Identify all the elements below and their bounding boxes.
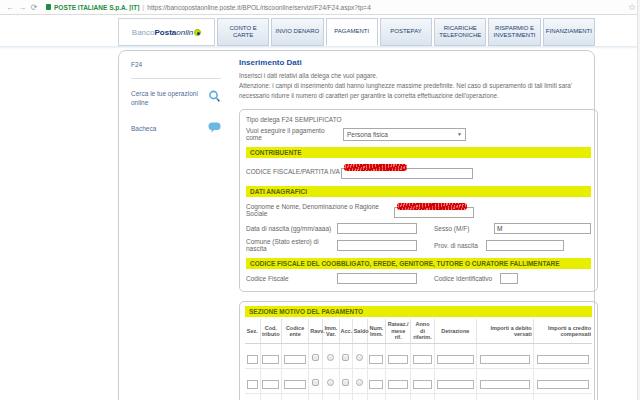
sidebar-item-search-operations[interactable]: Cerca le tue operazioni online xyxy=(131,89,221,107)
saldo-radio[interactable] xyxy=(356,379,363,386)
search-operations-label: Cerca le tue operazioni online xyxy=(131,89,201,107)
secure-lock-icon xyxy=(46,4,51,10)
section-coobbligato: CODICE FISCALE DEL COOBBLIGATO, EREDE, G… xyxy=(246,258,591,269)
table-row xyxy=(245,369,592,394)
logo-banco: Banco xyxy=(132,28,155,37)
logo-posta: Posta xyxy=(154,28,176,37)
logo-online: onlin xyxy=(176,28,193,37)
cognome-wrap xyxy=(394,201,474,219)
saldo-radio[interactable] xyxy=(356,354,363,361)
content-area: Inserimento Dati Inserisci i dati relati… xyxy=(231,51,608,400)
forward-icon[interactable]: → xyxy=(16,3,28,12)
redacted-value xyxy=(344,164,407,171)
num-imm-input[interactable] xyxy=(369,355,383,364)
tab-conto-e-carte[interactable]: CONTO E CARTE xyxy=(217,18,269,46)
importi-debito-input[interactable] xyxy=(480,355,529,364)
redacted-value xyxy=(397,203,467,210)
tab-postepay[interactable]: POSTEPAY xyxy=(380,18,432,46)
cod-tributo-input[interactable] xyxy=(262,380,279,389)
intro-line-1: Inserisci i dati relativi alla delega ch… xyxy=(239,71,598,81)
data-nascita-input[interactable] xyxy=(337,223,417,234)
num-imm-input[interactable] xyxy=(369,380,383,389)
codice-ente-input[interactable] xyxy=(284,380,306,389)
col-importi-credito: Importi a credito compensati xyxy=(533,319,592,343)
app-header: BancoPostaonlin CONTO E CARTE INVIO DENA… xyxy=(118,18,595,46)
sidebar-item-bacheca[interactable]: Bacheca xyxy=(131,119,221,137)
header-divider xyxy=(0,46,640,49)
payment-table: Sez. Cod. tributo Codice ente Ravv. Imm.… xyxy=(245,319,592,400)
anno-riferim-input[interactable] xyxy=(413,355,432,364)
comune-nascita-label: Comune (Stato estero) di nascita xyxy=(246,238,337,252)
page-title: Inserimento Dati xyxy=(239,58,598,67)
tab-risparmio-investimenti[interactable]: RISPARMIO E INVESTIMENTI xyxy=(488,18,540,46)
importi-credito-input[interactable] xyxy=(537,380,589,389)
acc-checkbox[interactable] xyxy=(342,354,349,361)
message-bubble-icon xyxy=(208,119,221,137)
back-icon[interactable]: ← xyxy=(4,3,16,12)
search-icon xyxy=(208,89,221,107)
address-bar[interactable]: POSTE ITALIANE S.p.A. [IT] | https://ban… xyxy=(46,4,628,11)
col-cod-tributo: Cod. tributo xyxy=(260,319,281,343)
section-motivo-pagamento: SEZIONE MOTIVO DEL PAGAMENTO xyxy=(245,306,592,317)
codice-identificativo-label: Codice Identificativo xyxy=(434,275,500,282)
pagamento-come-label: Vuoi eseguire il pagamento come xyxy=(246,127,339,141)
ravv-checkbox[interactable] xyxy=(312,379,319,386)
refresh-icon[interactable]: ⟳ xyxy=(28,3,40,12)
imm-var-radio[interactable] xyxy=(327,354,334,361)
delega-form-box: Tipo delega F24 SEMPLIFICATO Vuoi esegui… xyxy=(239,109,598,292)
codice-fiscale-input[interactable] xyxy=(337,273,417,284)
persona-select[interactable]: Persona fisica ▼ xyxy=(343,128,466,141)
col-sez: Sez. xyxy=(245,319,260,343)
col-acc: Acc. xyxy=(339,319,352,343)
rateaz-input[interactable] xyxy=(388,380,408,389)
data-nascita-label: Data di nascita (gg/mm/aaaa) xyxy=(246,225,337,232)
col-anno-riferim: Anno di riferim. xyxy=(411,319,434,343)
codice-fiscale-piva-wrap xyxy=(341,162,473,180)
codice-fiscale-label: Codice Fiscale xyxy=(246,275,337,282)
page-url: https://bancopostaonline.poste.it/BPOL/r… xyxy=(147,4,370,11)
tab-pagamenti[interactable]: PAGAMENTI xyxy=(326,18,378,46)
tab-ricariche-telefoniche[interactable]: RICARICHE TELEFONICHE xyxy=(434,18,486,46)
sez-input[interactable] xyxy=(247,380,259,389)
main-nav: CONTO E CARTE INVIO DENARO PAGAMENTI POS… xyxy=(217,18,595,46)
codice-ente-input[interactable] xyxy=(284,355,306,364)
sidebar: F24 Cerca le tue operazioni online Bache… xyxy=(119,51,231,400)
chevron-down-icon: ▼ xyxy=(457,131,462,137)
sesso-input[interactable] xyxy=(494,223,591,234)
col-detrazione: Detrazione xyxy=(434,319,476,343)
col-saldo: Saldo xyxy=(352,319,367,343)
importi-credito-input[interactable] xyxy=(537,355,589,364)
codice-fiscale-piva-label: CODICE FISCALE/PARTITA IVA xyxy=(246,168,341,175)
bookmark-star-icon[interactable]: ☆ xyxy=(628,2,636,12)
comune-nascita-input[interactable] xyxy=(337,240,417,251)
table-row xyxy=(245,344,592,369)
secure-badge: POSTE ITALIANE S.p.A. [IT] xyxy=(54,4,139,11)
table-row xyxy=(245,394,592,400)
tab-invio-denaro[interactable]: INVIO DENARO xyxy=(271,18,323,46)
cod-tributo-input[interactable] xyxy=(262,355,279,364)
col-rateaz: Rateaz./ mese rif. xyxy=(386,319,411,343)
codice-identificativo-input[interactable] xyxy=(500,273,518,284)
ravv-checkbox[interactable] xyxy=(312,354,319,361)
importi-debito-input[interactable] xyxy=(480,380,529,389)
sidebar-item-f24[interactable]: F24 xyxy=(131,61,221,68)
tipo-delega-label: Tipo delega F24 SEMPLIFICATO xyxy=(246,116,591,123)
imm-var-radio[interactable] xyxy=(327,379,334,386)
intro-line-2: Attenzione: i campi di inserimento dati … xyxy=(239,81,598,91)
browser-toolbar: ← → ⟳ POSTE ITALIANE S.p.A. [IT] | https… xyxy=(0,0,640,15)
bacheca-label: Bacheca xyxy=(131,124,201,133)
prov-nascita-input[interactable] xyxy=(486,240,564,251)
section-dati-anagrafici: DATI ANAGRAFICI xyxy=(246,186,591,197)
detrazione-input[interactable] xyxy=(437,355,473,364)
table-header-row: Sez. Cod. tributo Codice ente Ravv. Imm.… xyxy=(245,319,592,343)
poste-logo-icon xyxy=(194,29,201,36)
rateaz-input[interactable] xyxy=(388,355,408,364)
acc-checkbox[interactable] xyxy=(342,379,349,386)
main-panel: F24 Cerca le tue operazioni online Bache… xyxy=(118,50,595,400)
sez-input[interactable] xyxy=(247,355,259,364)
col-imm-var: Imm. Var. xyxy=(323,319,339,343)
detrazione-input[interactable] xyxy=(437,380,473,389)
anno-riferim-input[interactable] xyxy=(413,380,432,389)
payment-table-box: SEZIONE MOTIVO DEL PAGAMENTO Sez. Cod. t… xyxy=(239,301,598,400)
tab-finanziamenti[interactable]: FINANZIAMENTI xyxy=(543,18,595,46)
